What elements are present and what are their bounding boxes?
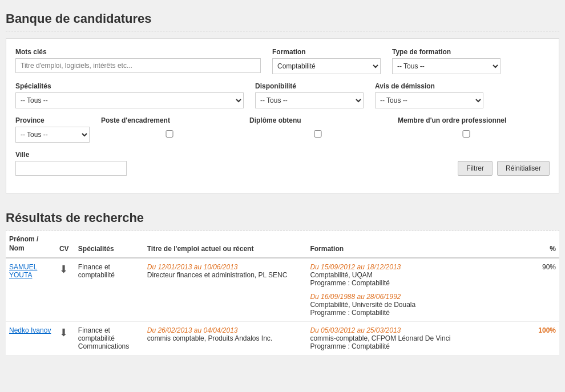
specialites-select[interactable]: -- Tous -- Finance et comptabilité Commu… (15, 92, 244, 108)
membre-ordre-label: Membre d'un ordre professionnel (398, 116, 535, 124)
results-section: Résultats de recherche Prénom / Nom CV S… (6, 205, 559, 355)
type-formation-select[interactable]: -- Tous -- DEC BAC Maîtrise (392, 58, 501, 74)
formation-programme: Programme : Comptabilité (310, 309, 389, 317)
specialites-group: Spécialités -- Tous -- Finance et compta… (15, 82, 244, 108)
emploi-date: Du 26/02/2013 au 04/04/2013 (147, 326, 238, 334)
avis-demission-group: Avis de démission -- Tous -- Oui Non (375, 82, 483, 108)
col-header-cv: CV (56, 231, 75, 258)
formation-select[interactable]: Comptabilité -- Tous -- Finance Administ… (272, 58, 381, 74)
formation-block: Du 16/09/1988 au 28/06/1992Comptabilité,… (310, 293, 529, 317)
ville-group: Ville (15, 151, 127, 176)
mots-cles-label: Mots clés (15, 48, 261, 56)
download-cv-icon[interactable]: ⬇ (59, 264, 68, 275)
diplome-obtenu-checkbox[interactable] (249, 130, 386, 138)
cell-specialites: Finance et comptabilité Communications (75, 322, 144, 355)
disponibilite-select[interactable]: -- Tous -- Immédiate 1 mois 3 mois (255, 92, 364, 108)
specialites-label: Spécialités (15, 82, 244, 90)
poste-encadrement-group: Poste d'encadrement (101, 116, 238, 138)
formation-etablissement: Comptabilité, UQAM (310, 271, 372, 279)
type-formation-group: Type de formation -- Tous -- DEC BAC Maî… (392, 48, 501, 74)
diplome-obtenu-label: Diplôme obtenu (249, 116, 386, 124)
formation-date: Du 05/03/2012 au 25/03/2013 (310, 326, 401, 334)
emploi-date: Du 12/01/2013 au 10/06/2013 (147, 263, 238, 271)
emploi-titre: Directeur finances et administration, PL… (147, 271, 288, 279)
page-container: Banque de candidatures Mots clés Formati… (6, 6, 559, 355)
filter-row-1: Mots clés Formation Comptabilité -- Tous… (15, 48, 550, 74)
type-formation-label: Type de formation (392, 48, 501, 56)
province-group: Province -- Tous -- Québec Ontario Alber… (15, 116, 90, 143)
cell-name: SAMUEL YOUTA (6, 258, 56, 322)
cell-formation: Du 15/09/2012 au 18/12/2013Comptabilité,… (306, 258, 532, 322)
results-table: Prénom / Nom CV Spécialités Titre de l'e… (6, 231, 559, 355)
reset-button[interactable]: Réinitialiser (497, 161, 550, 176)
mots-cles-group: Mots clés (15, 48, 261, 73)
col-header-formation: Formation (306, 231, 532, 258)
table-row: SAMUEL YOUTA⬇Finance et comptabilitéDu 1… (6, 258, 559, 322)
disponibilite-label: Disponibilité (255, 82, 364, 90)
disponibilite-group: Disponibilité -- Tous -- Immédiate 1 moi… (255, 82, 364, 108)
filter-box: Mots clés Formation Comptabilité -- Tous… (6, 38, 559, 193)
poste-encadrement-checkbox[interactable] (101, 130, 238, 138)
emploi-titre: commis comptable, Produits Andalos Inc. (147, 334, 272, 342)
cell-emploi: Du 26/02/2013 au 04/04/2013commis compta… (144, 322, 307, 355)
col-header-pct: % (532, 231, 559, 258)
formation-date: Du 16/09/1988 au 28/06/1992 (310, 293, 401, 301)
cell-specialites: Finance et comptabilité (75, 258, 144, 322)
cell-cv: ⬇ (56, 322, 75, 355)
formation-date: Du 15/09/2012 au 18/12/2013 (310, 263, 401, 271)
candidate-link[interactable]: SAMUEL YOUTA (9, 263, 37, 279)
formation-programme: Programme : Comptabilité (310, 342, 389, 350)
ville-label: Ville (15, 151, 127, 159)
cell-formation: Du 05/03/2012 au 25/03/2013commis-compta… (306, 322, 532, 355)
formation-label: Formation (272, 48, 381, 56)
cell-pct: 90% (532, 258, 559, 322)
cell-pct: 100% (532, 322, 559, 355)
avis-demission-select[interactable]: -- Tous -- Oui Non (375, 92, 483, 108)
formation-block: Du 15/09/2012 au 18/12/2013Comptabilité,… (310, 263, 529, 287)
ville-input[interactable] (15, 161, 127, 176)
page-title: Banque de candidatures (6, 6, 559, 31)
download-cv-icon[interactable]: ⬇ (59, 327, 68, 338)
table-header-row: Prénom / Nom CV Spécialités Titre de l'e… (6, 231, 559, 258)
col-header-emploi: Titre de l'emploi actuel ou récent (144, 231, 307, 258)
formation-etablissement: commis-comptable, CFPOM Léonard De Vinci (310, 334, 450, 342)
formation-etablissement: Comptabilité, Université de Douala (310, 301, 415, 309)
province-label: Province (15, 116, 90, 124)
col-header-specialites: Spécialités (75, 231, 144, 258)
formation-group: Formation Comptabilité -- Tous -- Financ… (272, 48, 381, 74)
col-header-name: Prénom / Nom (6, 231, 56, 258)
candidate-link[interactable]: Nedko Ivanov (9, 326, 51, 334)
mots-cles-input[interactable] (15, 58, 261, 73)
table-row: Nedko Ivanov⬇Finance et comptabilité Com… (6, 322, 559, 355)
filter-row-4: Ville Filtrer Réinitialiser (15, 151, 550, 176)
diplome-obtenu-group: Diplôme obtenu (249, 116, 386, 138)
filter-button[interactable]: Filtrer (458, 161, 493, 176)
results-title: Résultats de recherche (6, 205, 559, 231)
cell-emploi: Du 12/01/2013 au 10/06/2013Directeur fin… (144, 258, 307, 322)
poste-encadrement-label: Poste d'encadrement (101, 116, 238, 124)
membre-ordre-group: Membre d'un ordre professionnel (398, 116, 535, 138)
filter-row-2: Spécialités -- Tous -- Finance et compta… (15, 82, 550, 108)
cell-name: Nedko Ivanov (6, 322, 56, 355)
membre-ordre-checkbox[interactable] (398, 130, 535, 138)
province-select[interactable]: -- Tous -- Québec Ontario Alberta (15, 127, 90, 143)
btn-row: Filtrer Réinitialiser (458, 161, 550, 176)
cell-cv: ⬇ (56, 258, 75, 322)
avis-demission-label: Avis de démission (375, 82, 483, 90)
filter-row-3: Province -- Tous -- Québec Ontario Alber… (15, 116, 550, 143)
formation-block: Du 05/03/2012 au 25/03/2013commis-compta… (310, 326, 529, 350)
formation-programme: Programme : Comptabilité (310, 279, 389, 287)
